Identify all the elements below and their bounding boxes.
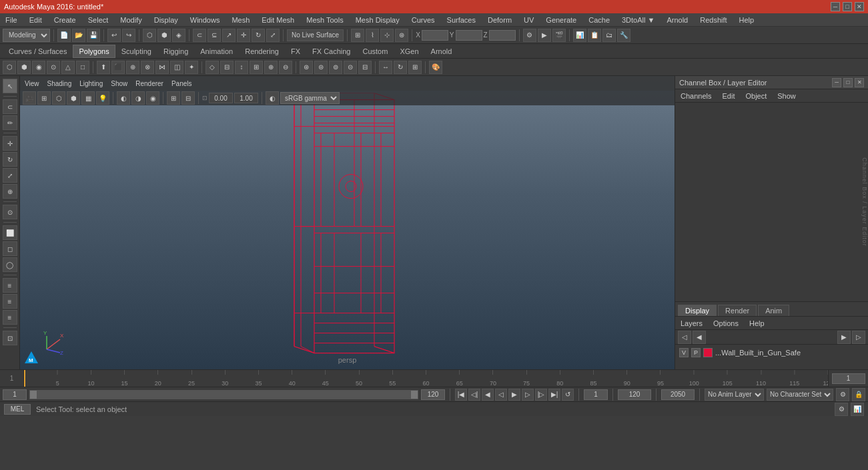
no-live-surface-button[interactable]: No Live Surface bbox=[287, 29, 344, 41]
open-scene-icon[interactable]: 📂 bbox=[72, 29, 85, 42]
transport-go-end-btn[interactable]: ▶| bbox=[548, 389, 560, 401]
tab-fx-caching[interactable]: FX Caching bbox=[306, 45, 356, 58]
lasso-select-icon[interactable]: ⊂ bbox=[193, 29, 206, 42]
menu-uv[interactable]: UV bbox=[521, 16, 536, 24]
status-icon-1[interactable]: ⚙ bbox=[835, 403, 848, 416]
menu-help[interactable]: Help bbox=[737, 16, 757, 24]
render-layer-btn[interactable]: ≡ bbox=[3, 294, 17, 309]
menu-arnold[interactable]: Arnold bbox=[664, 16, 691, 24]
tab-sculpting[interactable]: Sculpting bbox=[115, 45, 157, 58]
weld-icon[interactable]: ⊚ bbox=[329, 61, 342, 74]
viewport-menu-lighting[interactable]: Lighting bbox=[77, 80, 105, 87]
menu-mesh-tools[interactable]: Mesh Tools bbox=[304, 16, 346, 24]
poke-icon[interactable]: ✦ bbox=[185, 61, 198, 74]
tab-polygons[interactable]: Polygons bbox=[73, 45, 115, 58]
menu-edit[interactable]: Edit bbox=[27, 16, 45, 24]
menu-redshift[interactable]: Redshift bbox=[697, 16, 729, 24]
menu-windows[interactable]: Windows bbox=[187, 16, 223, 24]
move-tool-icon[interactable]: ✛ bbox=[237, 29, 250, 42]
layer-menu-options[interactable]: Options bbox=[711, 319, 741, 327]
transport-prev-key-btn[interactable]: ◁| bbox=[468, 389, 480, 401]
snap-grid-icon[interactable]: ⊞ bbox=[351, 29, 364, 42]
scale-tool-icon[interactable]: ⤢ bbox=[266, 29, 280, 42]
menu-surfaces[interactable]: Surfaces bbox=[444, 16, 478, 24]
timeline-ruler[interactable]: 1510152025303540455055606570758085909510… bbox=[24, 370, 828, 387]
display-layer-btn[interactable]: ≡ bbox=[3, 278, 17, 293]
x-input[interactable] bbox=[422, 30, 448, 41]
cb-menu-channels[interactable]: Channels bbox=[678, 92, 714, 100]
z-input[interactable] bbox=[489, 30, 516, 41]
layer-playback-btn[interactable]: P bbox=[691, 348, 701, 357]
close-button[interactable]: ✕ bbox=[855, 2, 864, 11]
edge-flow-icon[interactable]: ↕ bbox=[235, 61, 248, 74]
mode-selector[interactable]: Modeling bbox=[3, 29, 50, 42]
boolean-icon[interactable]: ◉ bbox=[32, 61, 45, 74]
snap-surface-icon[interactable]: ⊛ bbox=[395, 29, 408, 42]
bridge-icon[interactable]: ⬛ bbox=[111, 61, 125, 74]
range-anim-end-input[interactable] bbox=[618, 389, 651, 400]
menu-3dtoll[interactable]: 3DtoAll ▼ bbox=[619, 16, 657, 24]
tab-xgen[interactable]: XGen bbox=[394, 45, 424, 58]
vp-texture-icon[interactable]: ▦ bbox=[81, 91, 95, 105]
scale-btn[interactable]: ⤢ bbox=[3, 168, 17, 183]
vp-shadow-icon[interactable]: ◐ bbox=[117, 91, 130, 105]
save-scene-icon[interactable]: 💾 bbox=[87, 29, 100, 42]
symmetrize-icon[interactable]: ⊞ bbox=[408, 61, 422, 74]
timeline[interactable]: 1 15101520253035404550556065707580859095… bbox=[0, 369, 868, 387]
range-slider-handle-right[interactable] bbox=[411, 391, 418, 399]
quadrangulate-icon[interactable]: □ bbox=[76, 61, 89, 74]
transport-play-fwd-btn[interactable]: ▶ bbox=[508, 389, 520, 401]
range-slider[interactable] bbox=[29, 390, 418, 399]
panel-expand-btn[interactable]: □ bbox=[843, 78, 853, 87]
redo-icon[interactable]: ↪ bbox=[122, 29, 135, 42]
extrude-icon[interactable]: ⬆ bbox=[97, 61, 110, 74]
maximize-button[interactable]: □ bbox=[843, 2, 852, 11]
tab-render[interactable]: Render bbox=[718, 305, 757, 316]
quick-layout-btn[interactable]: ⊡ bbox=[3, 331, 17, 345]
select-tool-icon[interactable]: ↗ bbox=[222, 29, 236, 42]
vp-xray-icon[interactable]: ◑ bbox=[131, 91, 145, 105]
viewport-menu-panels[interactable]: Panels bbox=[169, 80, 194, 87]
tab-animation[interactable]: Animation bbox=[194, 45, 239, 58]
attribute-editor-icon[interactable]: 📋 bbox=[588, 29, 601, 42]
transport-loop-btn[interactable]: ↺ bbox=[562, 389, 574, 401]
menu-deform[interactable]: Deform bbox=[485, 16, 514, 24]
new-scene-icon[interactable]: 📄 bbox=[57, 29, 71, 42]
undo-icon[interactable]: ↩ bbox=[107, 29, 121, 42]
bevel-icon[interactable]: ◇ bbox=[205, 61, 219, 74]
transport-play-back-btn[interactable]: ◁ bbox=[495, 389, 507, 401]
menu-modify[interactable]: Modify bbox=[117, 16, 144, 24]
menu-mesh-display[interactable]: Mesh Display bbox=[353, 16, 402, 24]
duplicate-face-icon[interactable]: ◫ bbox=[170, 61, 183, 74]
current-time-input[interactable] bbox=[584, 389, 608, 400]
vp-hud-icon[interactable]: ⊟ bbox=[181, 91, 195, 105]
snap-curve-icon[interactable]: ⌇ bbox=[366, 29, 379, 42]
view-cube-btn[interactable]: ⬜ bbox=[3, 225, 17, 240]
render-icon[interactable]: 🎬 bbox=[552, 29, 566, 42]
layer-visibility-btn[interactable]: V bbox=[679, 348, 689, 357]
select-tool-btn[interactable]: ↖ bbox=[3, 79, 17, 93]
layer-nav-right-icon[interactable]: ▷ bbox=[852, 331, 865, 344]
fill-hole-icon[interactable]: ⊗ bbox=[141, 61, 154, 74]
menu-curves[interactable]: Curves bbox=[409, 16, 438, 24]
menu-mesh[interactable]: Mesh bbox=[229, 16, 252, 24]
ipr-icon[interactable]: ▶ bbox=[538, 29, 551, 42]
transport-next-frame-btn[interactable]: ▷ bbox=[522, 389, 534, 401]
target-weld-icon[interactable]: ⊝ bbox=[344, 61, 357, 74]
select-by-hierarchy-icon[interactable]: ⬡ bbox=[143, 29, 156, 42]
flip-icon[interactable]: ↔ bbox=[379, 61, 392, 74]
vp-light-icon[interactable]: 💡 bbox=[96, 91, 109, 105]
mel-button[interactable]: MEL bbox=[4, 404, 31, 415]
status-icon-2[interactable]: 📊 bbox=[851, 403, 864, 416]
detach-icon[interactable]: ⊖ bbox=[279, 61, 292, 74]
tab-custom[interactable]: Custom bbox=[357, 45, 394, 58]
select-by-object-icon[interactable]: ◈ bbox=[172, 29, 185, 42]
smooth-icon[interactable]: ⊙ bbox=[47, 61, 60, 74]
viewport-menu-view[interactable]: View bbox=[23, 80, 41, 87]
cb-menu-show[interactable]: Show bbox=[775, 92, 799, 100]
show-manipulator-btn[interactable]: ⊕ bbox=[3, 184, 17, 199]
layer-nav-right2-icon[interactable]: ▶ bbox=[837, 331, 851, 344]
viewport-menu-renderer[interactable]: Renderer bbox=[133, 80, 165, 87]
collapse-icon[interactable]: ⊟ bbox=[358, 61, 372, 74]
tab-arnold[interactable]: Arnold bbox=[425, 45, 458, 58]
